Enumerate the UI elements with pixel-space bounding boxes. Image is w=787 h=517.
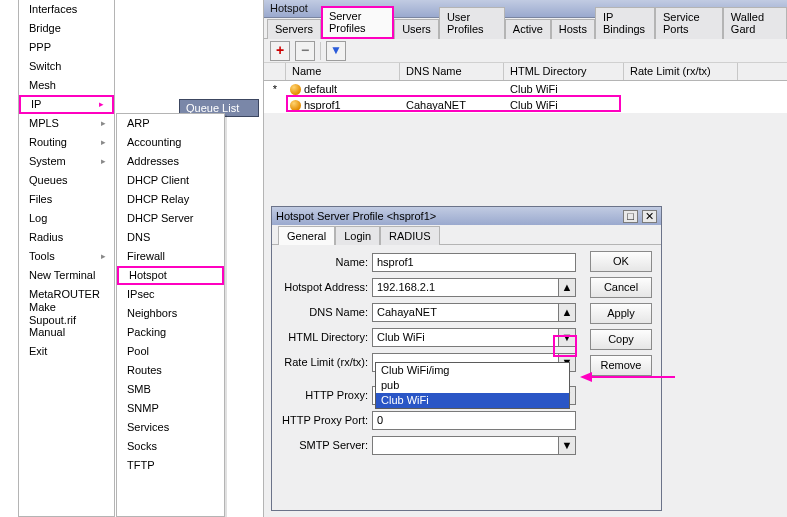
profile-tab-general[interactable]: General — [278, 226, 335, 245]
tab-server-profiles[interactable]: Server Profiles — [321, 6, 394, 39]
dns-input[interactable]: CahayaNET — [372, 303, 559, 322]
addr-label: Hotspot Address: — [276, 281, 372, 293]
window-up-button[interactable]: □ — [623, 210, 638, 223]
submenu-item-routes[interactable]: Routes — [117, 361, 224, 380]
remove-button[interactable]: − — [295, 41, 315, 61]
menu-item-manual[interactable]: Manual — [19, 323, 114, 342]
smtp-down[interactable]: ▼ — [559, 436, 576, 455]
plus-icon: + — [276, 43, 284, 58]
html-directory-dropdown[interactable]: Club WiFi/imgpubClub WiFi — [375, 362, 570, 409]
copy-button[interactable]: Copy — [590, 329, 652, 350]
tab-user-profiles[interactable]: User Profiles — [439, 7, 505, 39]
submenu-item-services[interactable]: Services — [117, 418, 224, 437]
profile-tabs: GeneralLoginRADIUS — [272, 225, 661, 245]
menu-item-log[interactable]: Log — [19, 209, 114, 228]
name-input[interactable]: hsprof1 — [372, 253, 576, 272]
hport-label: HTTP Proxy Port: — [276, 414, 372, 426]
tab-hosts[interactable]: Hosts — [551, 19, 595, 39]
submenu-item-dhcp-server[interactable]: DHCP Server — [117, 209, 224, 228]
profile-icon — [290, 100, 301, 111]
profile-window: Hotspot Server Profile <hsprof1> □ ✕ Gen… — [271, 206, 662, 511]
chevron-right-icon: ▸ — [101, 157, 106, 167]
menu-item-mesh[interactable]: Mesh — [19, 76, 114, 95]
table-row[interactable]: *defaultClub WiFi — [264, 81, 787, 97]
smtp-label: SMTP Server: — [276, 439, 372, 451]
dns-up[interactable]: ▲ — [559, 303, 576, 322]
menu-item-tools[interactable]: Tools▸ — [19, 247, 114, 266]
chevron-right-icon: ▸ — [101, 119, 106, 129]
table-row[interactable]: hsprof1CahayaNETClub WiFi — [264, 97, 787, 113]
remove-button[interactable]: Remove — [590, 355, 652, 376]
tab-servers[interactable]: Servers — [267, 19, 321, 39]
menu-item-exit[interactable]: Exit — [19, 342, 114, 361]
submenu-item-addresses[interactable]: Addresses — [117, 152, 224, 171]
menu-item-bridge[interactable]: Bridge — [19, 19, 114, 38]
tab-walled-gard[interactable]: Walled Gard — [723, 7, 787, 39]
submenu-item-dhcp-client[interactable]: DHCP Client — [117, 171, 224, 190]
cell-dns: CahayaNET — [400, 99, 504, 111]
cancel-button[interactable]: Cancel — [590, 277, 652, 298]
menu-item-make-supout-rif[interactable]: Make Supout.rif — [19, 304, 114, 323]
menu-item-new-terminal[interactable]: New Terminal — [19, 266, 114, 285]
submenu-item-dns[interactable]: DNS — [117, 228, 224, 247]
submenu-item-pool[interactable]: Pool — [117, 342, 224, 361]
tab-service-ports[interactable]: Service Ports — [655, 7, 723, 39]
window-close-button[interactable]: ✕ — [642, 210, 657, 223]
addr-input[interactable]: 192.168.2.1 — [372, 278, 559, 297]
submenu-item-hotspot[interactable]: Hotspot — [117, 266, 224, 285]
tab-active[interactable]: Active — [505, 19, 551, 39]
submenu-item-neighbors[interactable]: Neighbors — [117, 304, 224, 323]
menu-item-files[interactable]: Files — [19, 190, 114, 209]
menu-item-routing[interactable]: Routing▸ — [19, 133, 114, 152]
menu-item-system[interactable]: System▸ — [19, 152, 114, 171]
profile-icon — [290, 84, 301, 95]
html-input[interactable]: Club WiFi — [372, 328, 559, 347]
profile-titlebar[interactable]: Hotspot Server Profile <hsprof1> □ ✕ — [272, 207, 661, 225]
submenu-item-arp[interactable]: ARP — [117, 114, 224, 133]
close-icon: ✕ — [645, 210, 654, 222]
tab-ip-bindings[interactable]: IP Bindings — [595, 7, 655, 39]
menu-item-switch[interactable]: Switch — [19, 57, 114, 76]
menu-item-ip[interactable]: IP▸ — [19, 95, 114, 114]
chevron-right-icon: ▸ — [101, 252, 106, 262]
dropdown-option[interactable]: Club WiFi/img — [376, 363, 569, 378]
submenu-item-smb[interactable]: SMB — [117, 380, 224, 399]
grid-body: *defaultClub WiFihsprof1CahayaNETClub Wi… — [264, 81, 787, 113]
submenu-item-accounting[interactable]: Accounting — [117, 133, 224, 152]
submenu-item-socks[interactable]: Socks — [117, 437, 224, 456]
menu-item-interfaces[interactable]: Interfaces — [19, 0, 114, 19]
html-dropdown-button[interactable]: ▼ — [559, 328, 576, 347]
dropdown-option[interactable]: Club WiFi — [376, 393, 569, 408]
col-html[interactable]: HTML Directory — [504, 63, 624, 80]
col-rate[interactable]: Rate Limit (rx/tx) — [624, 63, 738, 80]
menu-item-ppp[interactable]: PPP — [19, 38, 114, 57]
col-dns[interactable]: DNS Name — [400, 63, 504, 80]
menu-item-radius[interactable]: Radius — [19, 228, 114, 247]
profile-tab-login[interactable]: Login — [335, 226, 380, 245]
cell-name: hsprof1 — [286, 99, 400, 111]
hport-input[interactable]: 0 — [372, 411, 576, 430]
smtp-input[interactable] — [372, 436, 559, 455]
dropdown-option[interactable]: pub — [376, 378, 569, 393]
addr-up[interactable]: ▲ — [559, 278, 576, 297]
submenu-item-firewall[interactable]: Firewall — [117, 247, 224, 266]
main-menu: InterfacesBridgePPPSwitchMeshIP▸MPLS▸Rou… — [18, 0, 115, 517]
filter-button[interactable]: ▼ — [326, 41, 346, 61]
add-button[interactable]: + — [270, 41, 290, 61]
col-name[interactable]: Name — [286, 63, 400, 80]
hotspot-toolbar: + − ▼ — [264, 39, 787, 63]
apply-button[interactable]: Apply — [590, 303, 652, 324]
menu-item-queues[interactable]: Queues — [19, 171, 114, 190]
submenu-item-tftp[interactable]: TFTP — [117, 456, 224, 475]
menu-item-mpls[interactable]: MPLS▸ — [19, 114, 114, 133]
submenu-item-dhcp-relay[interactable]: DHCP Relay — [117, 190, 224, 209]
submenu-item-packing[interactable]: Packing — [117, 323, 224, 342]
col-blank[interactable] — [264, 63, 286, 80]
submenu-item-ipsec[interactable]: IPsec — [117, 285, 224, 304]
profile-tab-radius[interactable]: RADIUS — [380, 226, 440, 245]
tab-users[interactable]: Users — [394, 19, 439, 39]
ok-button[interactable]: OK — [590, 251, 652, 272]
triangle-down-icon: ▼ — [562, 439, 573, 451]
chevron-right-icon: ▸ — [101, 138, 106, 148]
submenu-item-snmp[interactable]: SNMP — [117, 399, 224, 418]
